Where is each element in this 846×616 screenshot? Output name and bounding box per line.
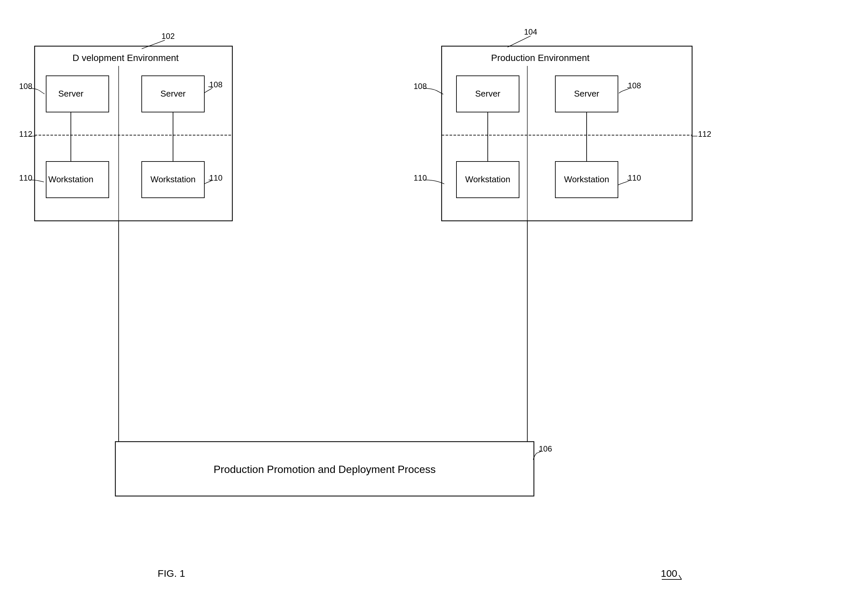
fig-ref: 100 (661, 568, 677, 579)
process-box-label: Production Promotion and Deployment Proc… (214, 463, 436, 475)
prod-ws1-label: Workstation (466, 174, 511, 184)
dev-server2-label: Server (160, 89, 186, 99)
dev-net-id: 112 (19, 129, 32, 138)
svg-line-0 (142, 40, 165, 49)
diagram-container: D velopment Environment 102 Server Serve… (0, 0, 846, 616)
prod-ws2-id: 110 (628, 173, 641, 182)
dev-env-box (35, 46, 232, 221)
dev-env-id: 102 (162, 32, 175, 41)
dev-s1-id: 108 (19, 82, 32, 91)
svg-line-27 (679, 575, 682, 579)
dev-env-label: D velopment Environment (72, 53, 179, 63)
prod-server2-label: Server (574, 89, 599, 99)
svg-line-13 (508, 36, 530, 47)
prod-env-id: 104 (524, 27, 537, 36)
prod-server1-label: Server (475, 89, 501, 99)
dev-ws1-label: Workstation (48, 174, 94, 184)
prod-net-id: 112 (698, 129, 711, 138)
fig-label: FIG. 1 (157, 568, 185, 579)
dev-server1-label: Server (58, 89, 84, 99)
prod-env-box (442, 46, 692, 221)
prod-ws1-id: 110 (414, 173, 427, 182)
dev-s2-id: 108 (209, 80, 222, 89)
process-box-id: 106 (539, 444, 552, 453)
prod-env-label: Production Environment (491, 53, 590, 63)
dev-ws2-label: Workstation (151, 174, 196, 184)
dev-ws1-id: 110 (19, 173, 32, 182)
prod-s2-id: 108 (628, 81, 641, 90)
prod-ws2-label: Workstation (564, 174, 610, 184)
prod-s1-id: 108 (414, 82, 427, 91)
